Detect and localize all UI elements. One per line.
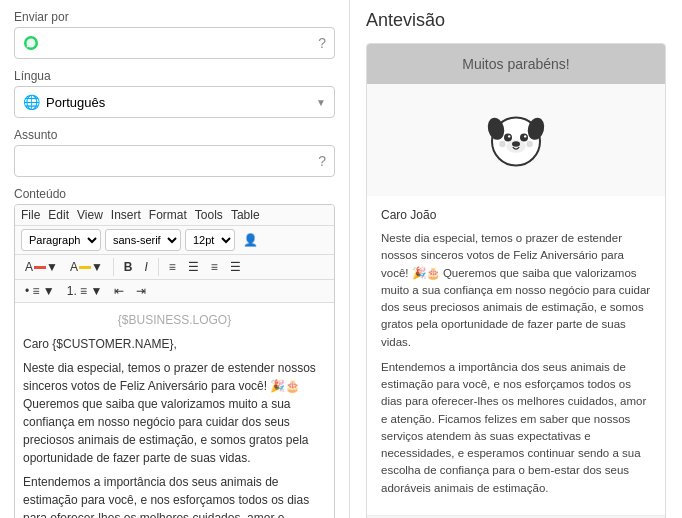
chevron-down-icon: ▼	[316, 97, 326, 108]
lingua-select[interactable]: Português	[46, 95, 316, 110]
editor-para1: Neste dia especial, temos o prazer de es…	[23, 359, 326, 467]
preview-dog-image	[367, 84, 665, 196]
bullet-list-btn[interactable]: • ≡ ▼	[21, 283, 59, 299]
editor-greeting: Caro {$CUSTOMER.NAME},	[23, 335, 326, 353]
preview-greeting: Caro João	[381, 206, 651, 224]
menu-table[interactable]: Table	[231, 208, 260, 222]
left-panel: Enviar por WhatsApp ? Língua 🌐 Português	[0, 0, 350, 518]
editor-para2: Entendemos a importância dos seus animai…	[23, 473, 326, 518]
user-icon-btn[interactable]: 👤	[239, 232, 262, 248]
preview-header: Muitos parabéns!	[367, 44, 665, 84]
num-list-btn[interactable]: 1. ≡ ▼	[63, 283, 107, 299]
svg-point-7	[524, 135, 526, 137]
align-right-btn[interactable]: ≡	[207, 259, 222, 275]
assunto-label: Assunto	[14, 128, 335, 142]
paragraph-select[interactable]: Paragraph	[21, 229, 101, 251]
toolbar-row2: A ▼ A ▼ B I	[15, 255, 334, 280]
size-select[interactable]: 12pt	[185, 229, 235, 251]
sep2	[158, 258, 159, 276]
preview-para1: Neste dia especial, temos o prazer de es…	[381, 230, 651, 351]
business-logo-placeholder: {$BUSINESS.LOGO}	[23, 311, 326, 329]
highlight-btn[interactable]: A ▼	[66, 259, 107, 275]
font-color-btn[interactable]: A ▼	[21, 259, 62, 275]
whatsapp-icon	[23, 35, 39, 51]
flag-icon: 🌐	[23, 94, 40, 110]
enviar-por-input-row[interactable]: WhatsApp ?	[14, 27, 335, 59]
toolbar-row3: • ≡ ▼ 1. ≡ ▼ ⇤ ⇥	[15, 280, 334, 303]
editor-area: File Edit View Insert Format Tools Table…	[14, 204, 335, 518]
menu-format[interactable]: Format	[149, 208, 187, 222]
conteudo-label: Conteúdo	[14, 187, 335, 201]
menu-edit[interactable]: Edit	[48, 208, 69, 222]
outdent-btn[interactable]: ⇤	[110, 283, 128, 299]
assunto-input[interactable]: Muitos parabéns!	[23, 154, 314, 169]
preview-card: Muitos parabéns!	[366, 43, 666, 518]
enviar-por-group: Enviar por WhatsApp ?	[14, 10, 335, 59]
menu-file[interactable]: File	[21, 208, 40, 222]
editor-content[interactable]: {$BUSINESS.LOGO} Caro {$CUSTOMER.NAME}, …	[15, 303, 334, 518]
menu-insert[interactable]: Insert	[111, 208, 141, 222]
assunto-input-row[interactable]: Muitos parabéns! ?	[14, 145, 335, 177]
menu-view[interactable]: View	[77, 208, 103, 222]
right-panel: Antevisão Muitos parabéns!	[350, 0, 682, 518]
italic-btn[interactable]: I	[140, 259, 151, 275]
menu-bar: File Edit View Insert Format Tools Table	[15, 205, 334, 226]
svg-point-4	[504, 134, 512, 142]
preview-body: Caro João Neste dia especial, temos o pr…	[367, 196, 665, 515]
bold-btn[interactable]: B	[120, 259, 137, 275]
svg-point-5	[520, 134, 528, 142]
assunto-help-icon[interactable]: ?	[318, 153, 326, 169]
toolbar-row1: Paragraph sans-serif 12pt 👤	[15, 226, 334, 255]
indent-btn[interactable]: ⇥	[132, 283, 150, 299]
conteudo-group: Conteúdo File Edit View Insert Format To…	[14, 187, 335, 518]
lingua-select-row[interactable]: 🌐 Português ▼	[14, 86, 335, 118]
lingua-group: Língua 🌐 Português ▼	[14, 69, 335, 118]
main-container: Enviar por WhatsApp ? Língua 🌐 Português	[0, 0, 682, 518]
svg-point-10	[499, 141, 505, 147]
help-icon[interactable]: ?	[318, 35, 326, 51]
enviar-por-input[interactable]: WhatsApp	[45, 36, 314, 51]
align-left-btn[interactable]: ≡	[165, 259, 180, 275]
justify-btn[interactable]: ☰	[226, 259, 245, 275]
menu-tools[interactable]: Tools	[195, 208, 223, 222]
preview-title: Antevisão	[366, 10, 666, 31]
align-center-btn[interactable]: ☰	[184, 259, 203, 275]
assunto-group: Assunto Muitos parabéns! ?	[14, 128, 335, 177]
svg-point-6	[508, 135, 510, 137]
font-select[interactable]: sans-serif	[105, 229, 181, 251]
enviar-por-label: Enviar por	[14, 10, 335, 24]
lingua-label: Língua	[14, 69, 335, 83]
svg-point-9	[512, 141, 520, 147]
sep1	[113, 258, 114, 276]
preview-para2: Entendemos a importância dos seus animai…	[381, 359, 651, 497]
svg-point-11	[526, 141, 532, 147]
